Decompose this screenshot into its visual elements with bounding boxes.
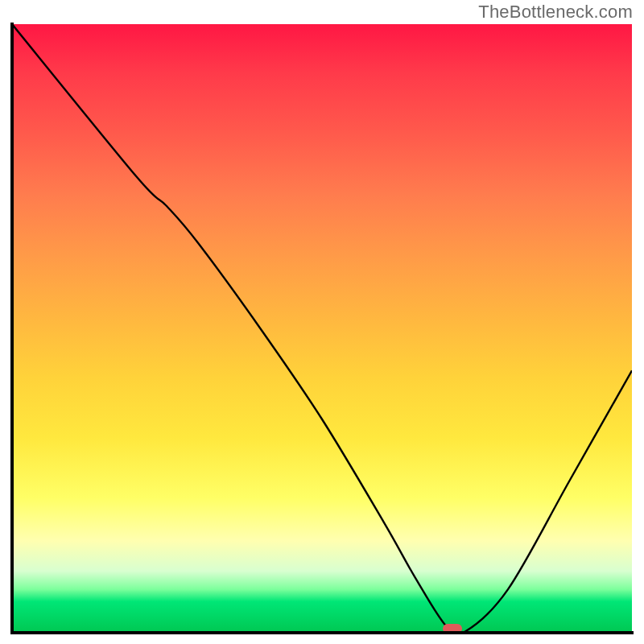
- chart-curve-layer: [12, 24, 632, 632]
- bottleneck-curve: [12, 24, 632, 632]
- watermark-text: TheBottleneck.com: [478, 2, 633, 23]
- y-axis: [10, 23, 14, 634]
- x-axis: [10, 631, 634, 634]
- chart-container: TheBottleneck.com: [0, 0, 644, 644]
